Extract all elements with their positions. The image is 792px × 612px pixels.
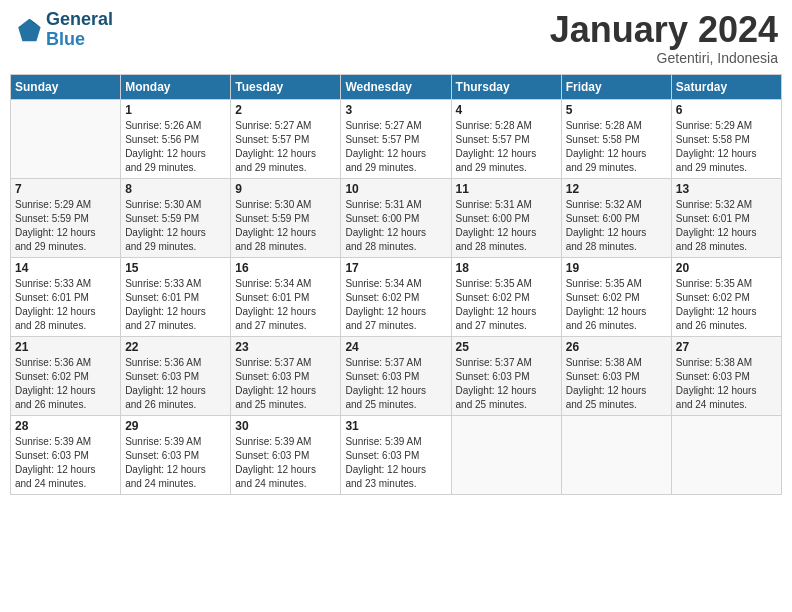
logo: General Blue [14,10,113,50]
calendar-cell: 24Sunrise: 5:37 AM Sunset: 6:03 PM Dayli… [341,336,451,415]
weekday-header-tuesday: Tuesday [231,74,341,99]
calendar-cell: 5Sunrise: 5:28 AM Sunset: 5:58 PM Daylig… [561,99,671,178]
day-info: Sunrise: 5:28 AM Sunset: 5:58 PM Dayligh… [566,119,667,175]
calendar-cell: 8Sunrise: 5:30 AM Sunset: 5:59 PM Daylig… [121,178,231,257]
day-number: 29 [125,419,226,433]
day-number: 26 [566,340,667,354]
weekday-header-wednesday: Wednesday [341,74,451,99]
day-info: Sunrise: 5:34 AM Sunset: 6:01 PM Dayligh… [235,277,336,333]
page-header: General Blue January 2024 Getentiri, Ind… [10,10,782,66]
calendar-cell [451,415,561,494]
calendar-cell: 13Sunrise: 5:32 AM Sunset: 6:01 PM Dayli… [671,178,781,257]
day-number: 18 [456,261,557,275]
day-number: 8 [125,182,226,196]
weekday-header-friday: Friday [561,74,671,99]
calendar-table: SundayMondayTuesdayWednesdayThursdayFrid… [10,74,782,495]
calendar-cell: 10Sunrise: 5:31 AM Sunset: 6:00 PM Dayli… [341,178,451,257]
day-number: 10 [345,182,446,196]
calendar-cell: 2Sunrise: 5:27 AM Sunset: 5:57 PM Daylig… [231,99,341,178]
day-number: 14 [15,261,116,275]
day-info: Sunrise: 5:37 AM Sunset: 6:03 PM Dayligh… [345,356,446,412]
calendar-cell [11,99,121,178]
day-number: 7 [15,182,116,196]
logo-line1: General [46,10,113,30]
day-number: 6 [676,103,777,117]
day-number: 15 [125,261,226,275]
day-number: 28 [15,419,116,433]
day-number: 13 [676,182,777,196]
day-info: Sunrise: 5:33 AM Sunset: 6:01 PM Dayligh… [125,277,226,333]
calendar-cell: 28Sunrise: 5:39 AM Sunset: 6:03 PM Dayli… [11,415,121,494]
calendar-cell: 6Sunrise: 5:29 AM Sunset: 5:58 PM Daylig… [671,99,781,178]
day-info: Sunrise: 5:31 AM Sunset: 6:00 PM Dayligh… [345,198,446,254]
day-number: 16 [235,261,336,275]
day-info: Sunrise: 5:39 AM Sunset: 6:03 PM Dayligh… [235,435,336,491]
calendar-cell: 12Sunrise: 5:32 AM Sunset: 6:00 PM Dayli… [561,178,671,257]
day-number: 25 [456,340,557,354]
day-info: Sunrise: 5:39 AM Sunset: 6:03 PM Dayligh… [125,435,226,491]
day-info: Sunrise: 5:36 AM Sunset: 6:03 PM Dayligh… [125,356,226,412]
day-info: Sunrise: 5:29 AM Sunset: 5:59 PM Dayligh… [15,198,116,254]
day-info: Sunrise: 5:27 AM Sunset: 5:57 PM Dayligh… [345,119,446,175]
calendar-cell: 4Sunrise: 5:28 AM Sunset: 5:57 PM Daylig… [451,99,561,178]
logo-icon [14,16,42,44]
day-number: 4 [456,103,557,117]
title-block: January 2024 Getentiri, Indonesia [550,10,778,66]
calendar-cell: 3Sunrise: 5:27 AM Sunset: 5:57 PM Daylig… [341,99,451,178]
calendar-cell: 19Sunrise: 5:35 AM Sunset: 6:02 PM Dayli… [561,257,671,336]
calendar-cell: 18Sunrise: 5:35 AM Sunset: 6:02 PM Dayli… [451,257,561,336]
day-info: Sunrise: 5:31 AM Sunset: 6:00 PM Dayligh… [456,198,557,254]
day-info: Sunrise: 5:35 AM Sunset: 6:02 PM Dayligh… [676,277,777,333]
calendar-week-4: 21Sunrise: 5:36 AM Sunset: 6:02 PM Dayli… [11,336,782,415]
calendar-cell: 9Sunrise: 5:30 AM Sunset: 5:59 PM Daylig… [231,178,341,257]
calendar-cell: 20Sunrise: 5:35 AM Sunset: 6:02 PM Dayli… [671,257,781,336]
day-number: 9 [235,182,336,196]
day-number: 24 [345,340,446,354]
day-number: 3 [345,103,446,117]
day-info: Sunrise: 5:37 AM Sunset: 6:03 PM Dayligh… [456,356,557,412]
weekday-header-thursday: Thursday [451,74,561,99]
day-info: Sunrise: 5:34 AM Sunset: 6:02 PM Dayligh… [345,277,446,333]
calendar-cell [561,415,671,494]
weekday-header-monday: Monday [121,74,231,99]
calendar-cell: 25Sunrise: 5:37 AM Sunset: 6:03 PM Dayli… [451,336,561,415]
day-info: Sunrise: 5:27 AM Sunset: 5:57 PM Dayligh… [235,119,336,175]
calendar-cell: 21Sunrise: 5:36 AM Sunset: 6:02 PM Dayli… [11,336,121,415]
logo-line2: Blue [46,30,113,50]
calendar-cell: 29Sunrise: 5:39 AM Sunset: 6:03 PM Dayli… [121,415,231,494]
day-number: 17 [345,261,446,275]
day-info: Sunrise: 5:39 AM Sunset: 6:03 PM Dayligh… [15,435,116,491]
day-number: 21 [15,340,116,354]
day-number: 27 [676,340,777,354]
day-number: 11 [456,182,557,196]
calendar-week-5: 28Sunrise: 5:39 AM Sunset: 6:03 PM Dayli… [11,415,782,494]
calendar-cell: 7Sunrise: 5:29 AM Sunset: 5:59 PM Daylig… [11,178,121,257]
day-number: 30 [235,419,336,433]
calendar-cell: 30Sunrise: 5:39 AM Sunset: 6:03 PM Dayli… [231,415,341,494]
logo-text: General Blue [46,10,113,50]
day-number: 12 [566,182,667,196]
day-info: Sunrise: 5:30 AM Sunset: 5:59 PM Dayligh… [125,198,226,254]
calendar-cell: 17Sunrise: 5:34 AM Sunset: 6:02 PM Dayli… [341,257,451,336]
day-info: Sunrise: 5:28 AM Sunset: 5:57 PM Dayligh… [456,119,557,175]
calendar-cell: 1Sunrise: 5:26 AM Sunset: 5:56 PM Daylig… [121,99,231,178]
day-number: 2 [235,103,336,117]
calendar-cell: 22Sunrise: 5:36 AM Sunset: 6:03 PM Dayli… [121,336,231,415]
day-number: 22 [125,340,226,354]
calendar-cell: 26Sunrise: 5:38 AM Sunset: 6:03 PM Dayli… [561,336,671,415]
day-info: Sunrise: 5:30 AM Sunset: 5:59 PM Dayligh… [235,198,336,254]
calendar-cell: 15Sunrise: 5:33 AM Sunset: 6:01 PM Dayli… [121,257,231,336]
day-info: Sunrise: 5:37 AM Sunset: 6:03 PM Dayligh… [235,356,336,412]
day-info: Sunrise: 5:29 AM Sunset: 5:58 PM Dayligh… [676,119,777,175]
calendar-cell: 31Sunrise: 5:39 AM Sunset: 6:03 PM Dayli… [341,415,451,494]
weekday-header-sunday: Sunday [11,74,121,99]
calendar-cell [671,415,781,494]
day-number: 23 [235,340,336,354]
weekday-header-row: SundayMondayTuesdayWednesdayThursdayFrid… [11,74,782,99]
day-info: Sunrise: 5:26 AM Sunset: 5:56 PM Dayligh… [125,119,226,175]
calendar-week-1: 1Sunrise: 5:26 AM Sunset: 5:56 PM Daylig… [11,99,782,178]
day-info: Sunrise: 5:32 AM Sunset: 6:00 PM Dayligh… [566,198,667,254]
day-number: 1 [125,103,226,117]
day-number: 19 [566,261,667,275]
day-info: Sunrise: 5:32 AM Sunset: 6:01 PM Dayligh… [676,198,777,254]
